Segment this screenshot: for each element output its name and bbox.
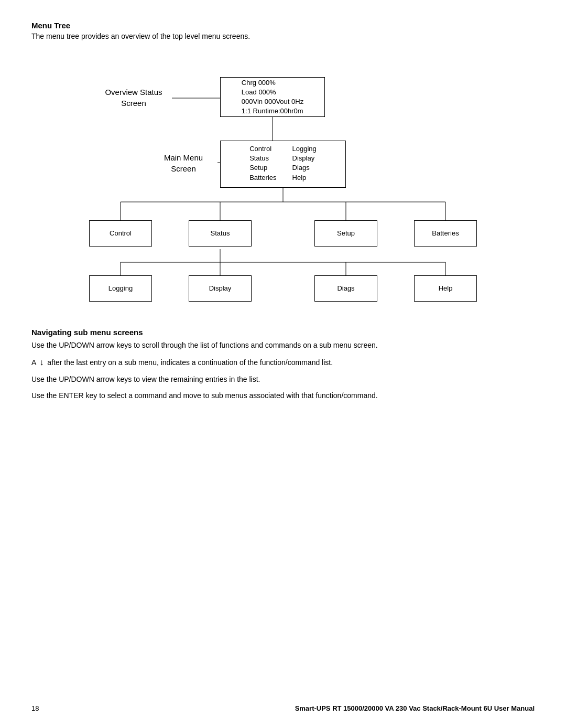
footer-page: 18 [31, 704, 39, 712]
main-left-4: Batteries [249, 173, 276, 183]
footer-title: Smart-UPS RT 15000/20000 VA 230 Vac Stac… [295, 704, 535, 712]
main-left-2: Status [249, 154, 276, 163]
main-menu-label: Main MenuScreen [149, 152, 217, 174]
row3-control-box: Control [89, 220, 152, 247]
nav-para1: Use the UP/DOWN arrow keys to scroll thr… [31, 340, 535, 351]
overview-status-label: Overview StatusScreen [100, 87, 168, 109]
nav-para3: Use the UP/DOWN arrow keys to view the r… [31, 374, 535, 385]
row4-diags-box: Diags [314, 275, 377, 302]
overview-line2: Load 000% [242, 88, 303, 97]
row4-logging-box: Logging [89, 275, 152, 302]
nav-down-arrow: ↓ [39, 358, 43, 367]
row4-help-box: Help [414, 275, 477, 302]
row4-display-box: Display [189, 275, 252, 302]
main-right-4: Help [292, 173, 317, 183]
main-left-1: Control [249, 144, 276, 154]
menu-tree-diagram: Overview StatusScreen Chrg 000% Load 000… [58, 55, 508, 307]
row3-status-box: Status [189, 220, 252, 247]
row3-setup-box: Setup [314, 220, 377, 247]
nav-section: Navigating sub menu screens Use the UP/D… [31, 328, 535, 401]
nav-para4: Use the ENTER key to select a command an… [31, 390, 535, 401]
nav-para2-suffix: after the last entry on a sub menu, indi… [47, 358, 333, 367]
row3-batteries-box: Batteries [414, 220, 477, 247]
overview-line4: 1:1 Runtime:00hr0m [242, 106, 303, 116]
main-right-3: Diags [292, 163, 317, 173]
nav-para2-prefix: A [31, 358, 36, 367]
overview-line3: 000Vin 000Vout 0Hz [242, 97, 303, 106]
overview-line1: Chrg 000% [242, 78, 303, 88]
main-right-2: Display [292, 154, 317, 163]
nav-title: Navigating sub menu screens [31, 328, 535, 337]
main-menu-box: Control Status Setup Batteries Logging D… [220, 141, 346, 188]
footer: 18 Smart-UPS RT 15000/20000 VA 230 Vac S… [0, 704, 566, 712]
menu-tree-subtitle: The menu tree provides an overview of th… [31, 32, 535, 40]
overview-status-box: Chrg 000% Load 000% 000Vin 000Vout 0Hz 1… [220, 77, 325, 117]
nav-para2: A ↓ after the last entry on a sub menu, … [31, 356, 535, 369]
menu-tree-title: Menu Tree [31, 21, 535, 30]
main-right-1: Logging [292, 144, 317, 154]
main-left-3: Setup [249, 163, 276, 173]
